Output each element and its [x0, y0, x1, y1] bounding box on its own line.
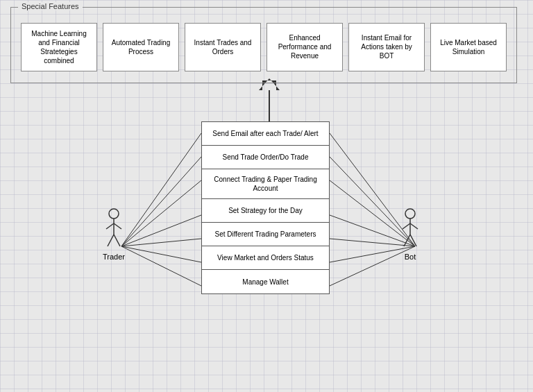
svg-line-26	[410, 223, 418, 229]
bot-stick-figure	[400, 208, 421, 250]
svg-line-22	[114, 235, 120, 246]
trader-stick-figure	[103, 208, 124, 250]
usecase-send-email: Send Email after each Trade/ Alert	[202, 122, 329, 146]
feature-box-email: Instant Email for Actions taken by BOT	[348, 23, 425, 71]
svg-line-5	[121, 180, 201, 246]
svg-line-28	[410, 235, 416, 246]
svg-line-9	[121, 246, 201, 286]
svg-line-6	[121, 215, 201, 246]
svg-line-4	[121, 157, 201, 246]
svg-line-20	[114, 223, 121, 229]
svg-line-25	[403, 223, 410, 229]
usecase-connect-trading: Connect Trading & Paper Trading Account	[202, 169, 329, 199]
actor-bot: Bot	[400, 208, 421, 261]
feature-box-ml: Machine Learning and Financial Strateteg…	[21, 23, 97, 71]
usecase-set-parameters: Set Different Trading Parameters	[202, 223, 329, 246]
bot-label: Bot	[405, 253, 416, 261]
features-row: Machine Learning and Financial Strateteg…	[11, 8, 516, 83]
trader-label: Trader	[103, 253, 125, 261]
svg-line-8	[121, 246, 201, 262]
svg-line-27	[404, 235, 410, 246]
usecase-manage-wallet: Manage Wallet	[202, 270, 329, 293]
svg-line-21	[108, 235, 114, 246]
usecase-send-trade-order: Send Trade Order/Do Trade	[202, 146, 329, 169]
usecase-view-market: View Market and Orders Status	[202, 246, 329, 270]
special-features-label: Special Features	[18, 2, 83, 10]
feature-box-simulation: Live Market based Simulation	[430, 23, 507, 71]
special-features-container: Special Features Machine Learning and Fi…	[10, 7, 517, 83]
usecase-container: Send Email after each Trade/ Alert Send …	[201, 121, 330, 294]
feature-box-automated: Automated Trading Process	[103, 23, 179, 71]
usecase-set-strategy: Set Strategy for the Day	[202, 199, 329, 223]
svg-point-17	[109, 209, 119, 219]
svg-point-23	[405, 209, 415, 219]
feature-box-instant-trades: Instant Trades and Orders	[185, 23, 261, 71]
svg-line-3	[121, 133, 201, 246]
actor-trader: Trader	[103, 208, 125, 261]
svg-line-7	[121, 239, 201, 246]
diagram-canvas: Special Features Machine Learning and Fi…	[0, 0, 533, 392]
feature-box-enhanced: Enhanced Performance and Revenue	[266, 23, 343, 71]
svg-line-19	[106, 223, 114, 229]
